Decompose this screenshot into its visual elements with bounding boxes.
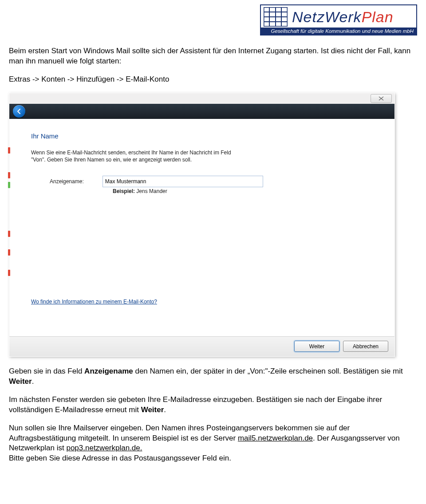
logo-subtitle: Gesellschaft für digitale Kommunikation …	[261, 28, 416, 35]
company-logo: NetzWerkPlan Gesellschaft für digitale K…	[260, 4, 417, 35]
arrow-left-icon	[16, 108, 22, 114]
instruction-paragraph-4: Nun sollen sie Ihre Mailserver eingeben.…	[9, 423, 417, 464]
intro-paragraph-1: Beim ersten Start von Windows Mail sollt…	[9, 46, 417, 67]
displayname-label: Anzeigename:	[50, 178, 84, 185]
logo-name: NetzWerkPlan	[292, 8, 394, 26]
intro-menu-path: Extras -> Konten -> Hinzufügen -> E-Mail…	[9, 75, 417, 85]
next-button[interactable]: Weiter	[294, 341, 339, 352]
instruction-paragraph-3: Im nächsten Fenster werden sie gebeten I…	[9, 395, 417, 415]
dialog-nav	[9, 104, 394, 119]
incoming-server-link: mail5.netzwerkplan.de	[238, 434, 313, 442]
outgoing-server-link: pop3.netzwerkplan.de.	[66, 444, 142, 452]
dialog-titlebar	[9, 93, 394, 104]
cancel-button[interactable]: Abbrechen	[343, 341, 388, 352]
displayname-example: Beispiel: Jens Mander	[113, 188, 167, 194]
back-button[interactable]	[13, 105, 25, 118]
help-link[interactable]: Wo finde ich Informationen zu meinem E-M…	[31, 299, 157, 305]
dialog-footer: Weiter Abbrechen	[9, 336, 394, 356]
instruction-paragraph-2: Geben sie in das Feld Anzeigename den Na…	[9, 366, 417, 387]
wizard-heading: Ihr Name	[31, 132, 59, 140]
grid-icon	[264, 7, 288, 27]
close-icon[interactable]	[371, 94, 392, 103]
displayname-input[interactable]	[103, 176, 263, 187]
wizard-description: Wenn Sie eine E-Mail-Nachricht senden, e…	[31, 149, 244, 163]
wizard-dialog: Ihr Name Wenn Sie eine E-Mail-Nachricht …	[9, 93, 395, 357]
